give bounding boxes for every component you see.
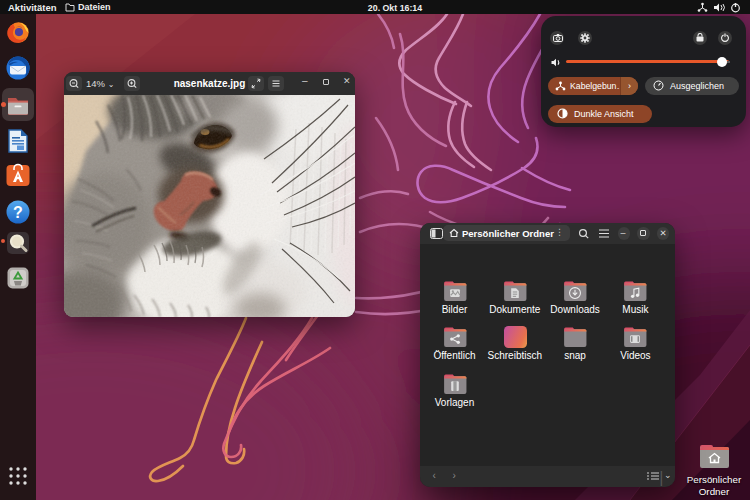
- svg-text:?: ?: [13, 204, 23, 221]
